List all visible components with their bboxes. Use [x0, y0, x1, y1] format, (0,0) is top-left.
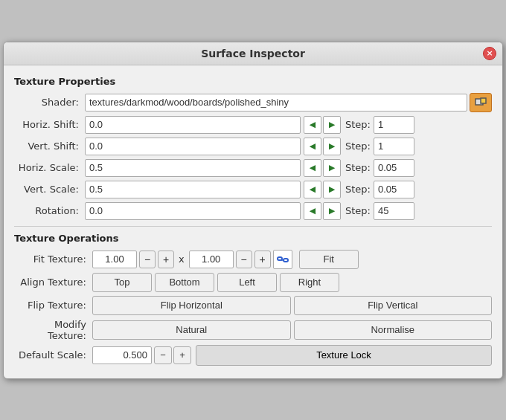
modify-buttons: Natural Normalise: [92, 320, 492, 340]
fit-val2-input[interactable]: [189, 251, 234, 268]
horiz-scale-arrows: ◀ ▶: [304, 159, 341, 177]
vert-scale-input[interactable]: [85, 181, 301, 198]
texture-properties-title: Texture Properties: [14, 76, 492, 87]
align-right-btn[interactable]: Right: [280, 273, 339, 292]
vert-shift-label: Vert. Shift:: [14, 140, 85, 152]
horiz-shift-input[interactable]: [85, 116, 301, 134]
fit-minus1-btn[interactable]: −: [139, 251, 156, 268]
flip-horizontal-btn[interactable]: Flip Horizontal: [92, 296, 291, 315]
scale-minus-btn[interactable]: −: [154, 346, 172, 364]
vert-shift-input[interactable]: [85, 138, 301, 155]
horiz-shift-arrows: ◀ ▶: [304, 116, 341, 134]
align-texture-label: Align Texture:: [14, 277, 92, 288]
default-scale-label: Default Scale:: [14, 349, 92, 361]
modify-texture-label: Modify Texture:: [14, 319, 92, 341]
natural-btn[interactable]: Natural: [92, 320, 291, 340]
align-left-btn[interactable]: Left: [217, 273, 277, 292]
shader-picker-button[interactable]: [470, 93, 492, 112]
vert-scale-label: Vert. Scale:: [14, 184, 85, 195]
horiz-scale-right-btn[interactable]: ▶: [323, 159, 341, 177]
scale-plus-btn[interactable]: +: [173, 346, 191, 364]
default-scale-row: Default Scale: − + Texture Lock: [14, 345, 492, 366]
horiz-scale-label: Horiz. Scale:: [14, 162, 85, 173]
horiz-shift-row: Horiz. Shift: ◀ ▶ Step:: [14, 116, 492, 134]
modify-texture-row: Modify Texture: Natural Normalise: [14, 319, 492, 341]
vert-shift-arrows: ◀ ▶: [304, 138, 341, 155]
shader-row: Shader:: [14, 93, 492, 112]
horiz-shift-right-btn[interactable]: ▶: [323, 116, 341, 134]
horiz-shift-step-input[interactable]: [374, 116, 414, 134]
rotation-step-label: Step:: [345, 205, 371, 216]
vert-shift-row: Vert. Shift: ◀ ▶ Step:: [14, 138, 492, 155]
vert-scale-row: Vert. Scale: ◀ ▶ Step:: [14, 181, 492, 198]
texture-lock-btn[interactable]: Texture Lock: [196, 345, 492, 366]
section-divider: [14, 226, 492, 227]
align-buttons: Top Bottom Left Right: [92, 273, 339, 292]
window-title: Surface Inspector: [201, 48, 305, 59]
vert-scale-arrows: ◀ ▶: [304, 181, 341, 198]
normalise-btn[interactable]: Normalise: [294, 320, 493, 340]
rotation-label: Rotation:: [14, 205, 85, 216]
fit-plus1-btn[interactable]: +: [158, 251, 174, 268]
flip-texture-label: Flip Texture:: [14, 300, 92, 311]
rotation-arrows: ◀ ▶: [304, 202, 341, 220]
rotation-step-input[interactable]: [374, 202, 414, 220]
rotation-row: Rotation: ◀ ▶ Step:: [14, 202, 492, 220]
vert-scale-step-input[interactable]: [374, 181, 414, 198]
titlebar: Surface Inspector ×: [4, 42, 502, 65]
fit-x-label: x: [179, 253, 185, 265]
fit-controls: − + x − + Fit: [92, 250, 359, 269]
fit-texture-row: Fit Texture: − + x − + Fit: [14, 250, 492, 269]
align-texture-row: Align Texture: Top Bottom Left Right: [14, 273, 492, 292]
horiz-shift-step-label: Step:: [345, 119, 371, 130]
svg-rect-1: [481, 98, 486, 103]
horiz-scale-input[interactable]: [85, 159, 301, 177]
fit-minus2-btn[interactable]: −: [236, 251, 252, 268]
horiz-shift-left-btn[interactable]: ◀: [304, 116, 321, 134]
texture-operations-title: Texture Operations: [14, 233, 492, 244]
shader-picker-icon: [475, 97, 487, 109]
vert-shift-left-btn[interactable]: ◀: [304, 138, 321, 155]
align-bottom-btn[interactable]: Bottom: [155, 273, 214, 292]
flip-texture-row: Flip Texture: Flip Horizontal Flip Verti…: [14, 296, 492, 315]
horiz-shift-label: Horiz. Shift:: [14, 119, 85, 130]
chain-link-icon: [277, 253, 289, 265]
fit-val1-input[interactable]: [92, 251, 137, 268]
vert-shift-right-btn[interactable]: ▶: [323, 138, 341, 155]
default-scale-input[interactable]: [92, 346, 152, 364]
vert-shift-step-label: Step:: [345, 140, 371, 152]
rotation-input[interactable]: [85, 202, 301, 220]
horiz-scale-step-input[interactable]: [374, 159, 414, 177]
shader-input[interactable]: [85, 94, 467, 112]
close-button[interactable]: ×: [483, 47, 496, 60]
rotation-left-btn[interactable]: ◀: [304, 202, 321, 220]
align-top-btn[interactable]: Top: [92, 273, 152, 292]
content-area: Texture Properties Shader: Horiz. Shift:…: [4, 65, 502, 378]
flip-buttons: Flip Horizontal Flip Vertical: [92, 296, 492, 315]
shader-label: Shader:: [14, 97, 85, 108]
rotation-right-btn[interactable]: ▶: [323, 202, 341, 220]
vert-scale-right-btn[interactable]: ▶: [323, 181, 341, 198]
vert-scale-step-label: Step:: [345, 184, 371, 195]
horiz-scale-row: Horiz. Scale: ◀ ▶ Step:: [14, 159, 492, 177]
horiz-scale-step-label: Step:: [345, 162, 371, 173]
fit-plus2-btn[interactable]: +: [254, 251, 271, 268]
fit-button[interactable]: Fit: [299, 250, 359, 269]
horiz-scale-left-btn[interactable]: ◀: [304, 159, 321, 177]
surface-inspector-window: Surface Inspector × Texture Properties S…: [3, 42, 503, 379]
vert-shift-step-input[interactable]: [374, 138, 414, 155]
chain-link-button[interactable]: [273, 250, 292, 269]
fit-texture-label: Fit Texture:: [14, 253, 92, 265]
flip-vertical-btn[interactable]: Flip Vertical: [294, 296, 493, 315]
vert-scale-left-btn[interactable]: ◀: [304, 181, 321, 198]
